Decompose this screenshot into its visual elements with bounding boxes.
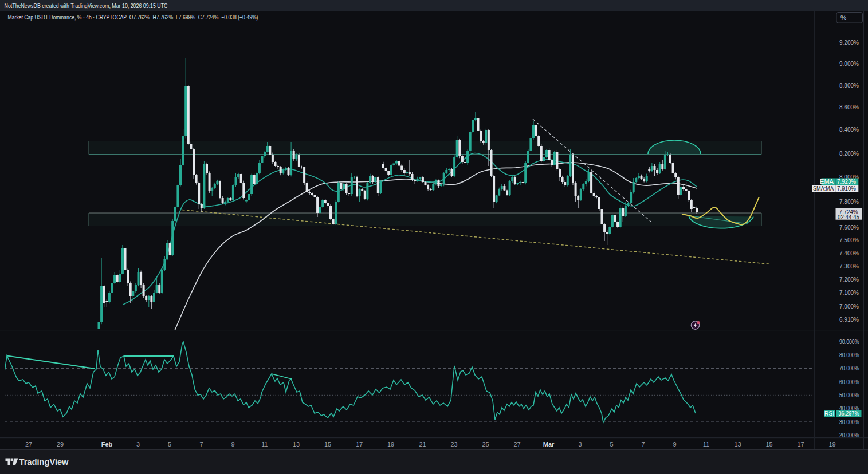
svg-text:8.200%: 8.200% (839, 150, 859, 157)
svg-text:25: 25 (482, 441, 489, 448)
svg-text:30.000%: 30.000% (839, 418, 859, 425)
svg-text:02:44:45: 02:44:45 (838, 214, 859, 220)
svg-text:3: 3 (136, 441, 140, 448)
svg-text:SMA:MA: SMA:MA (813, 185, 834, 192)
svg-text:7.500%: 7.500% (839, 236, 859, 243)
svg-text:NotTheNewsDB created with Trad: NotTheNewsDB created with TradingView.co… (5, 2, 168, 9)
svg-text:13: 13 (293, 441, 300, 448)
svg-text:8.400%: 8.400% (839, 126, 859, 133)
svg-text:15: 15 (324, 441, 331, 448)
svg-text:23: 23 (450, 441, 457, 448)
svg-text:7.200%: 7.200% (839, 276, 859, 283)
svg-text:70.000%: 70.000% (839, 365, 859, 372)
svg-text:8.800%: 8.800% (839, 82, 859, 89)
svg-text:90.000%: 90.000% (839, 338, 859, 345)
svg-text:7: 7 (199, 441, 203, 448)
svg-text:7: 7 (641, 441, 645, 448)
svg-text:Feb: Feb (101, 441, 113, 448)
svg-text:7.400%: 7.400% (839, 250, 859, 256)
svg-text:36.297%: 36.297% (839, 410, 859, 417)
svg-text:50.000%: 50.000% (839, 392, 859, 398)
svg-text:27: 27 (513, 441, 520, 448)
svg-text:Market Cap USDT Dominance, % ·: Market Cap USDT Dominance, % · 4h · CRYP… (8, 14, 258, 21)
svg-text:5: 5 (168, 441, 171, 448)
svg-text:TradingView: TradingView (19, 457, 69, 467)
svg-text:19: 19 (828, 441, 835, 448)
svg-text:19: 19 (387, 441, 394, 448)
svg-text:9: 9 (231, 441, 234, 448)
svg-text:20.000%: 20.000% (839, 432, 859, 439)
svg-text:3: 3 (578, 441, 582, 448)
svg-text:9: 9 (673, 441, 676, 448)
svg-text:15: 15 (765, 441, 772, 448)
svg-text:21: 21 (419, 441, 426, 448)
svg-text:7.923%: 7.923% (837, 178, 856, 185)
svg-text:11: 11 (703, 441, 709, 448)
svg-text:RSI: RSI (824, 410, 835, 417)
svg-text:27: 27 (25, 441, 32, 448)
svg-text:7.000%: 7.000% (839, 303, 859, 310)
svg-text:7.600%: 7.600% (839, 224, 859, 231)
svg-text:Mar: Mar (543, 441, 555, 448)
svg-text:29: 29 (57, 441, 64, 448)
svg-text:17: 17 (356, 441, 363, 448)
svg-text:60.000%: 60.000% (839, 378, 859, 385)
svg-text:%: % (840, 14, 846, 21)
svg-text:17: 17 (797, 441, 804, 448)
svg-text:EMA: EMA (820, 178, 834, 185)
svg-text:6.910%: 6.910% (839, 316, 859, 323)
svg-text:7.100%: 7.100% (839, 289, 859, 296)
svg-text:7.910%: 7.910% (837, 185, 856, 192)
svg-text:9.000%: 9.000% (839, 60, 859, 67)
svg-text:8.600%: 8.600% (839, 104, 859, 110)
svg-text:80.000%: 80.000% (839, 351, 859, 358)
svg-text:7.800%: 7.800% (839, 198, 859, 205)
svg-text:11: 11 (261, 441, 268, 448)
svg-text:7.300%: 7.300% (839, 263, 859, 270)
svg-text:13: 13 (734, 441, 741, 448)
svg-text:9.200%: 9.200% (839, 39, 859, 46)
svg-text:5: 5 (610, 441, 613, 448)
